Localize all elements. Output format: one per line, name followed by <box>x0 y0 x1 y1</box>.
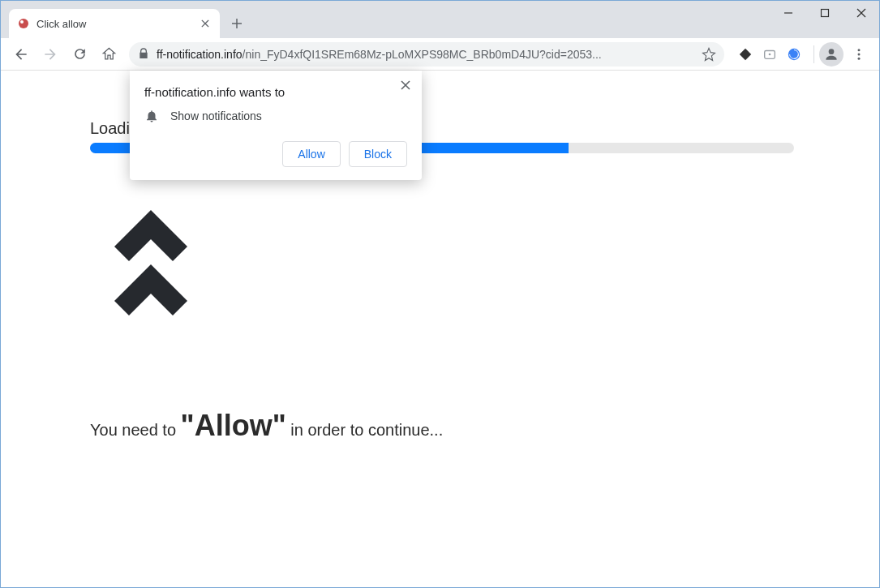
tab-title: Click allow <box>36 18 192 30</box>
maximize-icon <box>820 8 830 18</box>
svg-marker-10 <box>740 48 751 59</box>
plus-icon <box>231 18 243 29</box>
url-path: /nin_FyD4xfQI1SREm68Mz-pLoMXPS98MC_BRb0m… <box>243 48 602 61</box>
block-button[interactable]: Block <box>349 141 407 167</box>
close-icon <box>201 19 209 28</box>
tab-close-button[interactable] <box>199 17 212 30</box>
address-bar[interactable]: ff-notification.info/nin_FyD4xfQI1SREm68… <box>129 42 724 67</box>
instruction-message: You need to "Allow" in order to continue… <box>90 409 790 443</box>
url-text: ff-notification.info/nin_FyD4xfQI1SREm68… <box>157 48 697 61</box>
msg-part2: in order to continue... <box>286 421 443 439</box>
home-icon <box>101 46 117 62</box>
extension-icon-1[interactable] <box>736 45 755 64</box>
back-button[interactable] <box>7 41 35 68</box>
extension-icon-2[interactable] <box>760 45 779 64</box>
prompt-close-button[interactable] <box>399 79 412 92</box>
minimize-button[interactable] <box>770 1 806 25</box>
reload-icon <box>72 46 88 62</box>
menu-button[interactable] <box>845 41 873 68</box>
svg-point-16 <box>858 53 861 55</box>
close-icon <box>856 8 866 18</box>
url-domain: ff-notification.info <box>157 48 243 61</box>
svg-point-4 <box>19 19 28 28</box>
tabs-row: Click allow <box>1 7 249 38</box>
page-content: Loadin You need to "Allow" in order to c… <box>1 71 879 587</box>
maximize-button[interactable] <box>806 1 843 25</box>
prompt-permission-row: Show notifications <box>144 109 407 123</box>
tab-favicon-icon <box>17 17 30 30</box>
extension-icon-3[interactable] <box>784 45 804 64</box>
extension-icons <box>731 45 809 64</box>
notification-permission-prompt: ff-notification.info wants to Show notif… <box>130 71 422 180</box>
svg-point-12 <box>769 53 771 55</box>
svg-point-14 <box>829 49 835 54</box>
double-chevron-up-icon <box>106 198 790 315</box>
kebab-icon <box>852 47 866 62</box>
toolbar-divider <box>813 45 814 63</box>
bookmark-button[interactable] <box>702 47 716 62</box>
prompt-permission-text: Show notifications <box>170 109 262 122</box>
svg-point-15 <box>858 49 861 51</box>
browser-tab[interactable]: Click allow <box>9 9 220 38</box>
arrow-left-icon <box>13 46 29 62</box>
arrow-right-icon <box>42 46 58 62</box>
prompt-title: ff-notification.info wants to <box>144 85 407 99</box>
minimize-icon <box>783 8 793 18</box>
title-bar: Click allow <box>1 1 879 38</box>
profile-button[interactable] <box>819 42 844 67</box>
close-icon <box>401 80 410 90</box>
svg-rect-1 <box>821 10 828 17</box>
home-button[interactable] <box>95 41 122 68</box>
svg-point-5 <box>20 20 24 24</box>
bell-icon <box>144 109 159 123</box>
svg-point-17 <box>858 57 861 59</box>
close-window-button[interactable] <box>843 1 879 25</box>
user-icon <box>823 46 839 62</box>
prompt-actions: Allow Block <box>144 141 407 167</box>
window-controls <box>770 1 879 25</box>
lock-icon <box>137 47 152 62</box>
allow-button[interactable]: Allow <box>282 141 340 167</box>
msg-part1: You need to <box>90 421 181 439</box>
forward-button[interactable] <box>36 41 64 68</box>
msg-emphasis: "Allow" <box>181 409 286 442</box>
browser-toolbar: ff-notification.info/nin_FyD4xfQI1SREm68… <box>1 38 879 71</box>
star-icon <box>702 47 716 62</box>
reload-button[interactable] <box>66 41 93 68</box>
new-tab-button[interactable] <box>225 11 249 36</box>
